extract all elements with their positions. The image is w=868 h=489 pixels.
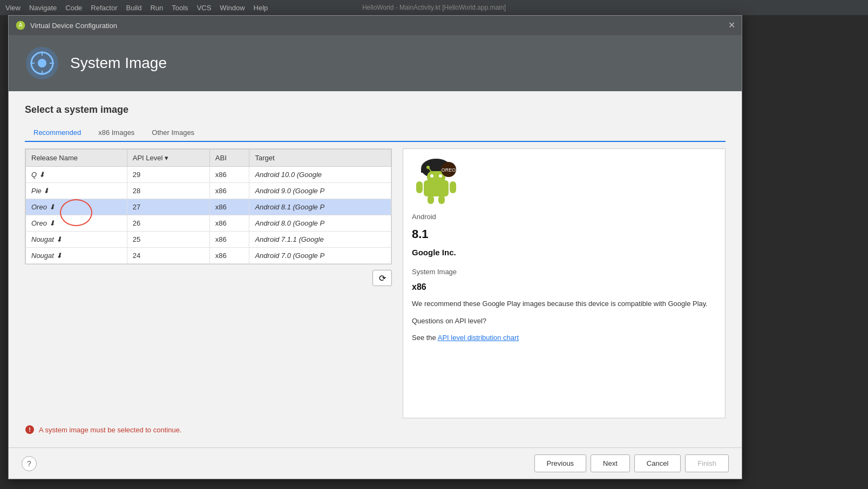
- info-android-label: Android: [412, 213, 716, 221]
- info-version: 8.1: [412, 227, 716, 241]
- android-icon: A: [15, 20, 26, 31]
- cell-abi: x86: [209, 183, 249, 199]
- menu-run[interactable]: Run: [150, 4, 163, 12]
- previous-button[interactable]: Previous: [534, 454, 587, 472]
- dialog-titlebar: A Virtual Device Configuration ✕: [9, 16, 742, 35]
- cell-target: Android 9.0 (Google P: [249, 183, 391, 199]
- info-system-image-label: System Image: [412, 268, 716, 276]
- cell-target: Android 7.1.1 (Google: [249, 232, 391, 248]
- menu-navigate[interactable]: Navigate: [29, 4, 57, 12]
- cell-release-name: Oreo ⬇: [26, 215, 127, 232]
- svg-text:OREO: OREO: [442, 167, 456, 173]
- error-bar: ! A system image must be selected to con…: [25, 425, 725, 434]
- cell-abi: x86: [209, 215, 249, 232]
- dialog-footer: ? Previous Next Cancel Finish: [9, 447, 742, 479]
- dialog-body: Select a system image Recommended x86 Im…: [9, 91, 742, 447]
- window-title: HelloWorld - MainActivity.kt [HelloWorld…: [362, 4, 506, 11]
- cancel-button[interactable]: Cancel: [634, 454, 681, 472]
- cell-api-level: 26: [127, 215, 209, 232]
- svg-rect-20: [450, 181, 456, 193]
- select-title: Select a system image: [25, 104, 725, 116]
- menu-vcs[interactable]: VCS: [197, 4, 212, 12]
- refresh-button[interactable]: ⟳: [372, 270, 392, 286]
- cell-abi: x86: [209, 232, 249, 248]
- cell-release-name: Pie ⬇: [26, 183, 127, 199]
- header-icon: [25, 46, 59, 80]
- svg-text:!: !: [29, 426, 31, 433]
- col-target: Target: [249, 150, 391, 167]
- table-row[interactable]: Oreo ⬇ 26 x86 Android 8.0 (Google P: [26, 215, 391, 232]
- cell-abi: x86: [209, 248, 249, 264]
- menu-help[interactable]: Help: [254, 4, 268, 12]
- dialog-title: Virtual Device Configuration: [30, 22, 117, 30]
- svg-point-14: [439, 174, 442, 178]
- info-description: We recommend these Google Play images be…: [412, 298, 716, 309]
- info-api-question: Questions on API level?: [412, 316, 716, 327]
- menu-refactor[interactable]: Refactor: [91, 4, 117, 12]
- svg-point-13: [430, 174, 433, 178]
- cell-abi: x86: [209, 167, 249, 183]
- cell-target: Android 8.0 (Google P: [249, 215, 391, 232]
- header-title: System Image: [70, 55, 167, 72]
- cell-api-level: 27: [127, 199, 209, 215]
- virtual-device-dialog: A Virtual Device Configuration ✕ System …: [8, 15, 742, 479]
- tab-x86-images[interactable]: x86 Images: [90, 124, 143, 141]
- content-area: Release Name API Level ▾ ABI Target Q ⬇ …: [25, 142, 725, 418]
- tab-recommended[interactable]: Recommended: [25, 124, 90, 142]
- system-image-table: Release Name API Level ▾ ABI Target Q ⬇ …: [25, 149, 391, 264]
- svg-point-17: [426, 166, 430, 169]
- table-row[interactable]: Q ⬇ 29 x86 Android 10.0 (Google: [26, 167, 391, 183]
- close-button[interactable]: ✕: [728, 21, 735, 30]
- cell-api-level: 24: [127, 248, 209, 264]
- android-mascot: OREO: [412, 158, 460, 206]
- svg-point-4: [38, 59, 46, 67]
- next-button[interactable]: Next: [591, 454, 630, 472]
- cell-target: Android 8.1 (Google P: [249, 199, 391, 215]
- table-row[interactable]: Pie ⬇ 28 x86 Android 9.0 (Google P: [26, 183, 391, 199]
- cell-release-name: Nougat ⬇: [26, 232, 127, 248]
- cell-api-level: 28: [127, 183, 209, 199]
- svg-rect-19: [416, 181, 423, 193]
- cell-release-name: Nougat ⬇: [26, 248, 127, 264]
- info-company: Google Inc.: [412, 248, 716, 257]
- api-level-distribution-link[interactable]: API level distribution chart: [438, 334, 519, 342]
- dialog-header: System Image: [9, 35, 742, 91]
- error-icon: !: [25, 425, 35, 434]
- cell-release-name: Q ⬇: [26, 167, 127, 183]
- cell-api-level: 25: [127, 232, 209, 248]
- col-api-level[interactable]: API Level ▾: [127, 150, 209, 167]
- menu-window[interactable]: Window: [220, 4, 245, 12]
- svg-rect-21: [428, 195, 434, 204]
- finish-button[interactable]: Finish: [685, 454, 729, 472]
- info-arch: x86: [412, 282, 716, 292]
- help-button[interactable]: ?: [22, 456, 37, 471]
- menu-bar: View Navigate Code Refactor Build Run To…: [0, 0, 868, 15]
- tab-other-images[interactable]: Other Images: [143, 124, 203, 141]
- table-row[interactable]: Nougat ⬇ 25 x86 Android 7.1.1 (Google: [26, 232, 391, 248]
- menu-view[interactable]: View: [5, 4, 21, 12]
- info-panel: OREO Android 8.1 Google Inc. System Imag…: [403, 148, 725, 418]
- table-scroll[interactable]: Release Name API Level ▾ ABI Target Q ⬇ …: [25, 148, 392, 264]
- refresh-icon: ⟳: [379, 273, 386, 283]
- menu-build[interactable]: Build: [126, 4, 141, 12]
- tab-bar: Recommended x86 Images Other Images: [25, 124, 725, 142]
- cell-target: Android 7.0 (Google P: [249, 248, 391, 264]
- cell-api-level: 29: [127, 167, 209, 183]
- menu-tools[interactable]: Tools: [172, 4, 188, 12]
- cell-abi: x86: [209, 199, 249, 215]
- col-abi: ABI: [209, 150, 249, 167]
- table-side: Release Name API Level ▾ ABI Target Q ⬇ …: [25, 148, 392, 418]
- svg-rect-22: [438, 195, 445, 204]
- info-api-link-line: See the API level distribution chart: [412, 332, 716, 343]
- cell-target: Android 10.0 (Google: [249, 167, 391, 183]
- error-message: A system image must be selected to conti…: [39, 426, 181, 434]
- table-row[interactable]: Nougat ⬇ 24 x86 Android 7.0 (Google P: [26, 248, 391, 264]
- table-row[interactable]: Oreo ⬇ 27 x86 Android 8.1 (Google P: [26, 199, 391, 215]
- col-release-name: Release Name: [26, 150, 127, 167]
- svg-text:A: A: [19, 22, 23, 28]
- cell-release-name: Oreo ⬇: [26, 199, 127, 215]
- menu-code[interactable]: Code: [65, 4, 82, 12]
- info-api-link-prefix: See the: [412, 334, 438, 342]
